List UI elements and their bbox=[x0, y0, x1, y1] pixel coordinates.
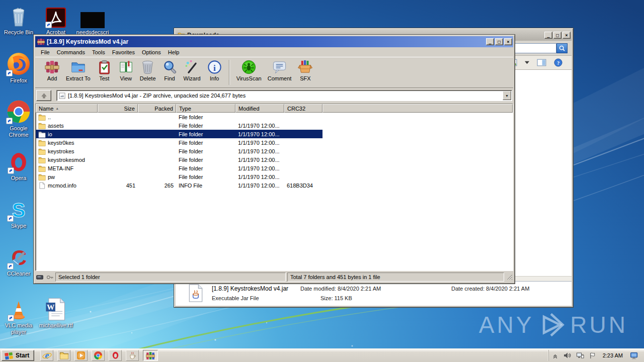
clock: 2:23 AM bbox=[601, 352, 625, 358]
winrar-minimize-button[interactable]: _ bbox=[486, 38, 494, 45]
collapse-icon[interactable] bbox=[552, 353, 558, 358]
cell-type: File folder bbox=[176, 148, 235, 154]
cell-type: File folder bbox=[176, 157, 235, 163]
help-icon[interactable]: ? bbox=[554, 58, 562, 67]
toolbar-delete-button[interactable]: Delete bbox=[137, 58, 159, 82]
cell-modified: 1/1/1970 12:00... bbox=[235, 148, 284, 154]
desktop-icon-acrobat[interactable]: Acrobat bbox=[37, 3, 74, 36]
desktop-icon-opera[interactable]: Opera bbox=[0, 149, 37, 182]
column-header-size[interactable]: Size bbox=[98, 104, 138, 113]
archive-row-pw[interactable]: pwFile folder1/1/1970 12:00... bbox=[36, 172, 513, 181]
find-icon bbox=[162, 59, 178, 75]
menu-favorites[interactable]: Favorites bbox=[109, 48, 138, 56]
cell-type: File folder bbox=[176, 174, 235, 180]
start-button[interactable]: Start bbox=[2, 350, 34, 361]
quicklaunch-internet-explorer[interactable]: e bbox=[40, 350, 53, 361]
start-label: Start bbox=[16, 352, 29, 359]
quicklaunch-chrome[interactable] bbox=[92, 350, 105, 361]
toolbar-sfx-button[interactable]: SFX bbox=[294, 58, 316, 82]
folder-icon bbox=[38, 122, 46, 129]
shortcut-arrow-icon bbox=[7, 263, 14, 269]
view-icon bbox=[118, 59, 134, 75]
word-doc-icon: W bbox=[45, 296, 67, 321]
menu-file[interactable]: File bbox=[37, 48, 53, 56]
archive-doc-icon bbox=[59, 93, 65, 99]
archive-row-META-INF[interactable]: META-INFFile folder1/1/1970 12:00... bbox=[36, 164, 513, 172]
cell-name: .. bbox=[36, 114, 98, 121]
archive-row-io[interactable]: ioFile folder1/1/1970 12:00... bbox=[36, 130, 513, 138]
status-totals: Total 7 folders and 451 bytes in 1 file bbox=[287, 273, 504, 282]
action-flag-icon[interactable] bbox=[589, 352, 596, 359]
winrar-close-button[interactable]: × bbox=[504, 38, 512, 45]
winrar-titlebar[interactable]: [1.8.9] KeystrokesMod v4.jar _ □ × bbox=[35, 36, 513, 47]
archive-row--[interactable]: ..File folder bbox=[36, 113, 513, 121]
archive-row-keystr0kes[interactable]: keystr0kesFile folder1/1/1970 12:00... bbox=[36, 138, 513, 147]
explorer-minimize-button[interactable]: _ bbox=[544, 32, 552, 39]
toolbar-button-label: Find bbox=[164, 75, 175, 81]
cell-modified: 1/1/1970 12:00... bbox=[235, 165, 284, 171]
cell-name: pw bbox=[36, 173, 98, 180]
toolbar-extract-button[interactable]: Extract To bbox=[63, 58, 94, 82]
archive-row-keystrokesmod[interactable]: keystrokesmodFile folder1/1/1970 12:00..… bbox=[36, 155, 513, 164]
list-column-headers: Name▲SizePackedTypeModifiedCRC32 bbox=[36, 104, 513, 113]
winrar-maximize-button[interactable]: □ bbox=[495, 38, 503, 45]
desktop-icon-ccleaner[interactable]: CCCleaner bbox=[0, 244, 37, 277]
desktop-icon-google-chrome[interactable]: Google Chrome bbox=[0, 99, 37, 138]
desktop-icon-needsdecscri[interactable]: needsdecscri bbox=[74, 3, 111, 36]
up-directory-button[interactable] bbox=[36, 90, 51, 101]
column-header-packed[interactable]: Packed bbox=[138, 104, 176, 113]
toolbar-test-button[interactable]: Test bbox=[94, 58, 115, 82]
desktop-icon-recycle-bin[interactable]: Recycle Bin bbox=[0, 3, 37, 36]
explorer-close-button[interactable]: × bbox=[562, 32, 571, 39]
cell-modified: 1/1/1970 12:00... bbox=[235, 123, 284, 129]
toolbar-view-button[interactable]: View bbox=[115, 58, 137, 82]
toolbar-wizard-button[interactable]: Wizard bbox=[181, 58, 204, 82]
explorer-maximize-button[interactable]: □ bbox=[553, 32, 561, 39]
quicklaunch-java[interactable] bbox=[126, 350, 139, 361]
desktop-icon-label: Firefox bbox=[10, 77, 27, 84]
chevron-down-icon[interactable] bbox=[525, 61, 529, 64]
menu-commands[interactable]: Commands bbox=[53, 48, 89, 56]
desktop-icon-vlc-media-player[interactable]: VLC media player bbox=[0, 296, 37, 335]
desktop-icon-michaellive-rtf[interactable]: Wmichaellive.rtf bbox=[37, 296, 74, 329]
quicklaunch-opera[interactable] bbox=[109, 350, 122, 361]
resize-grip[interactable] bbox=[506, 274, 513, 281]
volume-icon[interactable] bbox=[563, 352, 571, 359]
cell-name: keystrokes bbox=[36, 148, 98, 155]
shortcut-arrow-icon bbox=[8, 167, 14, 174]
toolbar-find-button[interactable]: Find bbox=[159, 58, 181, 82]
toolbar-info-button[interactable]: iInfo bbox=[204, 58, 225, 82]
search-button[interactable] bbox=[556, 43, 568, 53]
show-desktop-icon[interactable] bbox=[630, 352, 639, 359]
quicklaunch-winrar[interactable] bbox=[143, 350, 158, 361]
shortcut-arrow-icon bbox=[6, 118, 13, 124]
menu-help[interactable]: Help bbox=[165, 48, 183, 56]
windows-logo-icon bbox=[4, 351, 14, 360]
archive-row-assets[interactable]: assetsFile folder1/1/1970 12:00... bbox=[36, 121, 513, 130]
quicklaunch-windows-explorer[interactable] bbox=[57, 350, 70, 361]
archive-path-combobox[interactable]: [1.8.9] KeystrokesMod v4.jar - ZIP archi… bbox=[56, 90, 512, 101]
toolbar-add-button[interactable]: Add bbox=[41, 58, 63, 82]
details-file-title: [1.8.9] KeystrokesMod v4.jar bbox=[212, 285, 288, 292]
key-icon bbox=[45, 274, 54, 281]
winrar-address-row: [1.8.9] KeystrokesMod v4.jar - ZIP archi… bbox=[35, 88, 513, 103]
menu-options[interactable]: Options bbox=[138, 48, 165, 56]
desktop-icon-firefox[interactable]: Firefox bbox=[0, 51, 37, 84]
chrome-icon bbox=[6, 99, 31, 124]
toolbar-comment-button[interactable]: Comment bbox=[265, 58, 295, 82]
desktop-icon-label: Recycle Bin bbox=[4, 29, 33, 36]
column-header-modified[interactable]: Modified bbox=[235, 104, 284, 113]
archive-row-mcmod-info[interactable]: mcmod.info451265INFO File1/1/1970 12:00.… bbox=[36, 181, 513, 190]
column-header-crc32[interactable]: CRC32 bbox=[284, 104, 323, 113]
cell-crc32: 618B3D34 bbox=[284, 183, 323, 189]
preview-pane-icon[interactable] bbox=[537, 59, 546, 66]
column-header-type[interactable]: Type bbox=[176, 104, 235, 113]
column-header-name[interactable]: Name▲ bbox=[36, 104, 98, 113]
menu-tools[interactable]: Tools bbox=[89, 48, 109, 56]
network-icon[interactable] bbox=[576, 352, 584, 359]
archive-row-keystrokes[interactable]: keystrokesFile folder1/1/1970 12:00... bbox=[36, 147, 513, 155]
desktop-icon-skype[interactable]: SSkype bbox=[0, 197, 37, 229]
toolbar-virusscan-button[interactable]: VirusScan bbox=[233, 58, 265, 82]
combobox-dropdown-button[interactable]: ▼ bbox=[503, 91, 511, 100]
quicklaunch-media-player[interactable] bbox=[74, 350, 88, 361]
